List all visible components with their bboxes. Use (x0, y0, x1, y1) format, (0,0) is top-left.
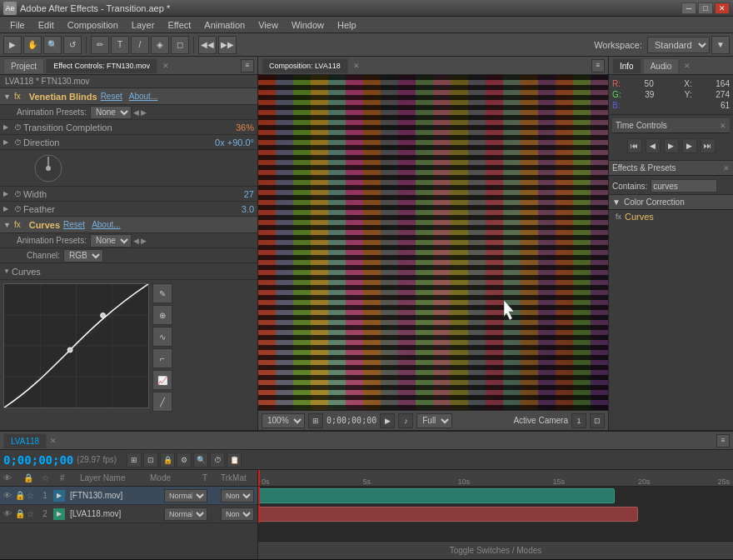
contains-input[interactable] (651, 179, 717, 192)
layer2-trkmat-dropdown[interactable]: None (221, 508, 254, 521)
tool-nav-back[interactable]: ◀◀ (198, 36, 217, 54)
menu-composition[interactable]: Composition (61, 17, 125, 33)
layer2-solo[interactable]: ☆ (27, 509, 37, 518)
curve-tool-pen[interactable]: ⊕ (152, 305, 172, 325)
w-value[interactable]: 27 (244, 189, 254, 199)
tool-zoom[interactable]: 🔍 (43, 36, 62, 54)
layer2-eye[interactable]: 👁 (3, 509, 13, 518)
menu-view[interactable]: View (252, 17, 285, 33)
tab-audio[interactable]: Audio (643, 58, 680, 73)
menu-window[interactable]: Window (285, 17, 331, 33)
comp-fit-btn[interactable]: ⊞ (308, 413, 323, 428)
curves-param-expand[interactable]: ▼ (3, 268, 12, 275)
curve-tool-pencil[interactable]: ✎ (152, 283, 172, 303)
tool-stamp[interactable]: ◈ (151, 36, 169, 54)
tc-last[interactable]: ⏭ (701, 138, 716, 153)
layer1-eye[interactable]: 👁 (3, 491, 13, 500)
layer1-lock[interactable]: 🔒 (15, 491, 25, 500)
playhead-top[interactable] (258, 470, 260, 486)
menu-file[interactable]: File (3, 17, 32, 33)
tab-project[interactable]: Project (3, 58, 44, 73)
vb-reset[interactable]: Reset (101, 92, 122, 101)
track-clip-2[interactable] (258, 507, 638, 522)
tc-expand[interactable]: ▶ (3, 123, 12, 131)
tl-btn-3[interactable]: 🔒 (160, 452, 175, 468)
curves-nav-left[interactable]: ◀ (133, 237, 139, 245)
tab-effect-controls[interactable]: Effect Controls: FTN130.mov (46, 58, 157, 73)
tool-brush[interactable]: / (131, 36, 149, 54)
menu-layer[interactable]: Layer (125, 17, 162, 33)
tool-eraser[interactable]: ◻ (171, 36, 189, 54)
maximize-button[interactable]: □ (698, 2, 713, 14)
panel-menu-btn[interactable]: ≡ (241, 59, 254, 72)
vb-nav-right[interactable]: ▶ (141, 108, 147, 117)
tool-rotate[interactable]: ↺ (63, 36, 82, 54)
tl-btn-5[interactable]: 🔍 (193, 452, 208, 468)
vb-nav-left[interactable]: ◀ (133, 108, 139, 117)
curve-tool-graph[interactable]: 📈 (152, 370, 172, 390)
layer1-trkmat-dropdown[interactable]: None (221, 489, 254, 502)
curves-collapse[interactable]: ▼ (3, 221, 11, 229)
info-close[interactable]: ✕ (684, 62, 691, 70)
timeline-timecode[interactable]: 0;00;00;00 (3, 453, 73, 467)
panel-close[interactable]: ✕ (162, 62, 169, 70)
tab-info[interactable]: Info (612, 58, 641, 73)
direction-dial[interactable] (33, 153, 63, 183)
timeline-menu-btn[interactable]: ≡ (716, 434, 730, 448)
tool-arrow[interactable]: ▶ (3, 36, 22, 54)
close-button[interactable]: ✕ (715, 2, 730, 14)
vb-anim-dropdown[interactable]: None (90, 106, 132, 119)
toggle-switches-bar[interactable]: Toggle Switches / Modes (258, 541, 733, 559)
w-stopwatch[interactable]: ⏱ (12, 188, 23, 200)
layer2-lock[interactable]: 🔒 (15, 509, 25, 518)
workspace-dropdown[interactable]: Standard (647, 37, 710, 53)
tl-btn-4[interactable]: ⚙ (177, 452, 192, 468)
f-expand[interactable]: ▶ (3, 205, 12, 212)
tl-btn-1[interactable]: ⊞ (127, 452, 142, 468)
dir-stopwatch[interactable]: ⏱ (12, 137, 23, 148)
effects-presets-close[interactable]: ✕ (723, 164, 730, 172)
view-num-btn[interactable]: 1 (571, 413, 586, 428)
cc-expand[interactable]: ▼ (612, 198, 621, 207)
quality-dropdown[interactable]: Full (416, 413, 452, 428)
curve-tool-smooth[interactable]: ∿ (152, 327, 172, 347)
tl-btn-7[interactable]: 📋 (227, 452, 242, 468)
tl-btn-2[interactable]: ⊡ (143, 452, 158, 468)
tool-pen[interactable]: ✏ (91, 36, 109, 54)
menu-edit[interactable]: Edit (32, 17, 61, 33)
curves-about[interactable]: About... (92, 220, 120, 229)
layer2-mode-dropdown[interactable]: Normal (164, 508, 207, 521)
timeline-close[interactable]: ✕ (50, 437, 57, 445)
tool-text[interactable]: T (111, 36, 129, 54)
timeline-tab-lva118[interactable]: LVA118 (3, 433, 47, 448)
curves-nav-right[interactable]: ▶ (141, 237, 147, 245)
comp-play-btn[interactable]: ▶ (380, 413, 395, 428)
tc-next[interactable]: ▶ (682, 138, 697, 153)
workspace-expand[interactable]: ▼ (711, 36, 730, 54)
layer1-mode-dropdown[interactable]: Normal (164, 489, 207, 502)
curves-reset[interactable]: Reset (63, 220, 85, 229)
vb-collapse[interactable]: ▼ (3, 92, 11, 101)
curve-tool-line[interactable]: ╱ (152, 392, 172, 412)
layer-row-2[interactable]: 👁 🔒 ☆ 2 ▶ [LVA118.mov] Normal None (0, 505, 257, 523)
layer1-solo[interactable]: ☆ (27, 491, 37, 500)
curves-graph[interactable] (3, 283, 149, 408)
tc-stopwatch[interactable]: ⏱ (12, 122, 23, 133)
tc-first[interactable]: ⏮ (627, 138, 642, 153)
w-expand[interactable]: ▶ (3, 190, 12, 198)
vb-about[interactable]: About... (129, 92, 157, 101)
track-clip-1[interactable] (258, 488, 615, 503)
comp-close[interactable]: ✕ (353, 62, 360, 70)
f-value[interactable]: 3.0 (242, 204, 254, 214)
tool-hand[interactable]: ✋ (23, 36, 42, 54)
menu-help[interactable]: Help (331, 17, 363, 33)
dir-value[interactable]: 0x +90.0° (215, 138, 254, 148)
comp-expand-btn[interactable]: ⊡ (590, 413, 605, 428)
dir-expand[interactable]: ▶ (3, 138, 12, 146)
channel-dropdown[interactable]: RGB (63, 249, 103, 262)
comp-tab[interactable]: Composition: LVA118 (262, 58, 348, 73)
tc-play[interactable]: ▶ (664, 138, 679, 153)
f-stopwatch[interactable]: ⏱ (12, 203, 23, 215)
tool-nav-fwd[interactable]: ▶▶ (218, 36, 237, 54)
curves-anim-dropdown[interactable]: None (90, 234, 132, 248)
